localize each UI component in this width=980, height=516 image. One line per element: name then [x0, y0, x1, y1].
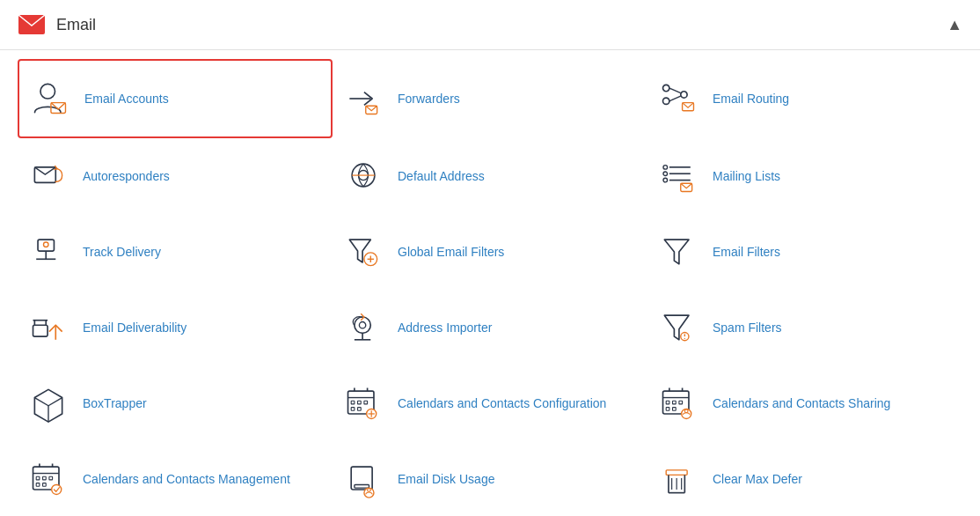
svg-rect-65 [666, 408, 669, 411]
svg-point-6 [663, 98, 669, 104]
label-boxtrapper: BoxTrapper [83, 395, 147, 411]
label-calendars-contacts-config: Calendars and Contacts Configuration [398, 395, 606, 411]
svg-line-8 [669, 88, 681, 93]
calendars-contacts-config-icon [341, 381, 385, 425]
grid-item-mailing-lists[interactable]: Mailing Lists [647, 138, 962, 214]
label-email-routing: Email Routing [713, 91, 789, 107]
section-header: Email ▲ [0, 0, 980, 50]
clear-max-defer-icon [656, 457, 700, 501]
svg-rect-54 [358, 408, 362, 411]
svg-point-1 [40, 84, 55, 99]
grid-item-calendars-contacts-config[interactable]: Calendars and Contacts Configuration [333, 365, 647, 441]
calendars-contacts-management-icon [26, 457, 70, 501]
grid-item-email-routing[interactable]: Email Routing [647, 59, 962, 138]
label-calendars-contacts-management: Calendars and Contacts Management [83, 471, 290, 487]
svg-rect-80 [355, 484, 369, 488]
chevron-up-icon[interactable]: ▲ [947, 16, 962, 34]
svg-rect-51 [358, 401, 362, 404]
svg-rect-50 [351, 401, 355, 404]
label-spam-filters: Spam Filters [713, 320, 782, 335]
spam-filters-icon [656, 306, 700, 350]
label-email-accounts: Email Accounts [84, 91, 169, 107]
svg-point-5 [663, 85, 669, 91]
svg-point-18 [663, 166, 668, 170]
label-forwarders: Forwarders [398, 91, 460, 107]
label-mailing-lists: Mailing Lists [713, 168, 780, 184]
grid-item-boxtrapper[interactable]: BoxTrapper [18, 365, 333, 441]
svg-point-81 [364, 488, 374, 498]
email-filters-icon [656, 230, 700, 274]
default-address-icon [341, 154, 385, 198]
email-accounts-icon [28, 77, 72, 121]
svg-rect-64 [679, 401, 683, 404]
section-header-left: Email [18, 11, 96, 39]
forwarders-icon [341, 77, 385, 121]
svg-rect-73 [36, 476, 40, 480]
svg-rect-62 [666, 401, 669, 404]
svg-point-20 [663, 178, 668, 182]
grid-item-email-filters[interactable]: Email Filters [647, 214, 962, 290]
label-email-deliverability: Email Deliverability [83, 320, 186, 335]
svg-point-7 [681, 92, 687, 98]
label-calendars-contacts-sharing: Calendars and Contacts Sharing [713, 395, 890, 411]
svg-rect-22 [38, 240, 54, 251]
grid-item-forwarders[interactable]: Forwarders [333, 59, 647, 138]
svg-marker-30 [664, 240, 689, 264]
svg-point-37 [359, 322, 365, 328]
grid-item-calendars-contacts-sharing[interactable]: Calendars and Contacts Sharing [647, 365, 962, 441]
svg-rect-52 [364, 401, 368, 404]
svg-point-43 [684, 338, 685, 339]
label-autoresponders: Autoresponders [83, 168, 170, 184]
grid-item-default-address[interactable]: Default Address [333, 138, 647, 214]
svg-point-23 [43, 242, 48, 247]
items-grid: Email Accounts Forwarders Email Routing … [0, 50, 980, 516]
svg-rect-75 [49, 476, 53, 480]
global-email-filters-icon [341, 230, 385, 274]
svg-rect-66 [673, 408, 676, 411]
svg-rect-31 [33, 325, 48, 336]
mailing-lists-icon [656, 154, 700, 198]
label-track-delivery: Track Delivery [83, 244, 161, 260]
svg-rect-63 [673, 401, 676, 404]
label-address-importer: Address Importer [398, 320, 492, 335]
email-disk-usage-icon [341, 457, 385, 501]
email-routing-icon [656, 77, 700, 121]
svg-rect-77 [43, 483, 47, 487]
grid-item-calendars-contacts-management[interactable]: Calendars and Contacts Management [18, 441, 333, 516]
track-delivery-icon [26, 230, 70, 274]
grid-item-clear-max-defer[interactable]: Clear Max Defer [647, 441, 962, 516]
svg-rect-83 [666, 470, 687, 475]
grid-item-address-importer[interactable]: Address Importer [333, 290, 647, 365]
autoresponders-icon [26, 154, 70, 198]
svg-point-78 [52, 484, 62, 494]
grid-item-track-delivery[interactable]: Track Delivery [18, 214, 333, 290]
svg-line-9 [669, 96, 681, 101]
section-title: Email [56, 16, 96, 34]
label-default-address: Default Address [398, 168, 485, 184]
grid-item-email-disk-usage[interactable]: Email Disk Usage [333, 441, 647, 516]
label-email-disk-usage: Email Disk Usage [398, 471, 494, 487]
label-global-email-filters: Global Email Filters [398, 244, 504, 260]
label-clear-max-defer: Clear Max Defer [713, 471, 802, 487]
svg-rect-74 [43, 476, 47, 480]
svg-point-19 [663, 172, 668, 176]
boxtrapper-icon [26, 381, 70, 425]
grid-item-email-accounts[interactable]: Email Accounts [18, 59, 333, 138]
calendars-contacts-sharing-icon [656, 381, 700, 425]
grid-item-email-deliverability[interactable]: Email Deliverability [18, 290, 333, 365]
grid-item-spam-filters[interactable]: Spam Filters [647, 290, 962, 365]
grid-item-autoresponders[interactable]: Autoresponders [18, 138, 333, 214]
grid-item-global-email-filters[interactable]: Global Email Filters [333, 214, 647, 290]
email-header-icon [18, 11, 46, 39]
address-importer-icon [341, 306, 385, 350]
svg-rect-76 [36, 483, 40, 487]
email-deliverability-icon [26, 306, 70, 350]
svg-rect-53 [351, 408, 355, 411]
label-email-filters: Email Filters [713, 244, 780, 260]
